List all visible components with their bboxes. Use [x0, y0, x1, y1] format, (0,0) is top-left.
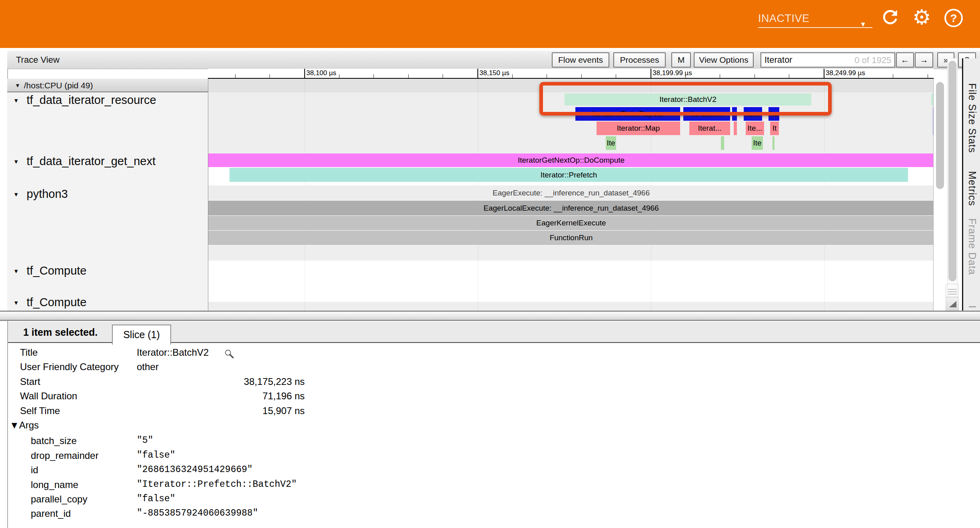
ruler-minor-tick	[269, 74, 270, 78]
find-prev-button[interactable]: ←	[896, 52, 914, 68]
panel-scrollbar-thumb[interactable]	[948, 61, 956, 281]
track-background-band	[208, 261, 934, 302]
timeline-event[interactable]	[933, 107, 934, 135]
resize-corner[interactable]	[946, 297, 959, 311]
timeline-event[interactable]: Ite	[768, 107, 779, 121]
timeline-scrollbar-thumb[interactable]	[936, 82, 944, 189]
detail-value: 15,907 ns	[137, 405, 305, 416]
detail-value: other	[137, 361, 305, 373]
tool-sidebar-tabs: File Size StatsMetricsFrame DataI	[962, 58, 980, 311]
timeline-event[interactable]: Iterat...	[689, 122, 730, 135]
processes-button[interactable]: Processes	[613, 52, 666, 68]
timeline-event[interactable]	[772, 136, 774, 150]
detail-row: Wall Duration71,196 ns	[8, 391, 408, 405]
timeline-event[interactable]: Iterator::Map	[597, 122, 680, 135]
track-label-text: tf_data_iterator_get_next	[27, 155, 156, 167]
sidebar-tab-file-size-stats[interactable]: File Size Stats	[966, 83, 978, 153]
timeline-canvas[interactable]: Iterator::BatchV2Iterator::FiniteRepeatI…	[208, 79, 934, 311]
help-icon[interactable]: ?	[944, 9, 963, 27]
timeline-event[interactable]	[931, 94, 934, 106]
ruler-minor-tick	[720, 74, 720, 78]
view-options-button[interactable]: View Options	[694, 52, 754, 68]
settings-gear-icon[interactable]: ⚙	[912, 4, 931, 30]
ruler-minor-tick	[685, 74, 686, 78]
time-ruler: 38,100 µs38,150 µs38,199.99 µs38,249.99 …	[208, 69, 934, 79]
ruler-minor-tick	[408, 74, 409, 78]
ruler-minor-tick	[893, 74, 893, 78]
detail-value: 71,196 ns	[137, 391, 305, 402]
collapse-arrow-icon: ▾	[14, 97, 18, 104]
run-status-dropdown[interactable]: INACTIVE ▾	[758, 10, 872, 28]
arg-row: parallel_copy"false"	[8, 494, 408, 508]
timeline-event[interactable]: Ite	[752, 136, 763, 150]
detail-row: User Friendly Categoryother	[8, 361, 408, 376]
scrollbar-grip[interactable]	[946, 284, 959, 297]
ruler-tick-label: 38,249.99 µs	[826, 69, 865, 77]
timeline-event[interactable]: EagerLocalExecute: __inference_run_datas…	[208, 201, 934, 215]
timeline-event[interactable]: Iterator::FiniteRepeat	[575, 107, 680, 121]
metadata-button[interactable]: M	[671, 52, 691, 68]
magnifier-icon[interactable]	[224, 349, 234, 361]
find-query: Iterator	[764, 55, 792, 65]
tab-slice[interactable]: Slice (1)	[112, 325, 171, 345]
timeline-event[interactable]: Iterator:...	[683, 107, 730, 121]
detail-row: Start38,175,223 ns	[8, 376, 408, 391]
timeline-event[interactable]: Ite...	[744, 107, 762, 121]
track-label-text: tf_data_iterator_resource	[27, 94, 156, 106]
sidebar-tab-metrics[interactable]: Metrics	[966, 171, 978, 206]
track-label-tf_Compute[interactable]: ▾tf_Compute	[14, 264, 86, 277]
ruler-minor-tick	[789, 74, 789, 78]
horizontal-splitter[interactable]	[0, 311, 980, 321]
timeline-event[interactable]: Iterator::Prefetch	[230, 168, 908, 182]
chevron-down-icon: ▾	[861, 16, 865, 32]
find-next-button[interactable]: →	[915, 52, 933, 68]
timeline-event[interactable]	[721, 136, 724, 150]
arg-row: long_name"Iterator::Prefetch::BatchV2"	[8, 479, 408, 494]
track-label-tf_data_iterator_resource[interactable]: ▾tf_data_iterator_resource	[14, 94, 156, 107]
ruler-minor-tick	[928, 74, 928, 78]
track-label-tf_data_iterator_get_next[interactable]: ▾tf_data_iterator_get_next	[14, 155, 156, 168]
ruler-major-tick	[477, 69, 478, 79]
timeline-event[interactable]: Ite	[606, 136, 616, 150]
detail-value: Iterator::BatchV2	[137, 347, 305, 358]
arg-row: parent_id"-8853857924060639988"	[8, 508, 408, 522]
refresh-icon[interactable]	[881, 9, 899, 26]
resize-triangle-icon	[949, 301, 956, 307]
collapse-arrow-icon: ▾	[14, 267, 18, 275]
details-tabbar: 1 item selected. Slice (1)	[8, 322, 980, 343]
timeline-event[interactable]: FunctionRun	[208, 231, 934, 245]
timeline-event[interactable]: IteratorGetNextOp::DoCompute	[208, 153, 934, 167]
ruler-major-tick	[651, 69, 651, 79]
arg-row: id"2686136324951429669"	[8, 464, 408, 479]
arg-key: id	[31, 464, 38, 476]
timeline-event[interactable]	[734, 122, 737, 135]
timeline-event[interactable]: EagerExecute: __inference_run_dataset_49…	[208, 185, 934, 200]
detail-key: User Friendly Category	[20, 361, 119, 373]
detail-key: Start	[20, 376, 40, 387]
ruler-tick-label: 38,100 µs	[306, 69, 336, 77]
arg-key: parallel_copy	[31, 494, 87, 505]
detail-value: 38,175,223 ns	[137, 376, 305, 387]
arg-key: long_name	[31, 479, 78, 490]
timeline-event[interactable]: Iterator::BatchV2	[565, 94, 811, 106]
timeline-event[interactable]	[732, 107, 737, 121]
flow-events-button[interactable]: Flow events	[552, 52, 609, 68]
track-label-tf_Compute[interactable]: ▾tf_Compute	[14, 296, 86, 309]
timeline-event[interactable]: EagerKernelExecute	[208, 216, 934, 230]
ruler-tick-label: 38,199.99 µs	[653, 69, 692, 77]
ruler-minor-tick	[339, 74, 339, 78]
find-input[interactable]: Iterator 0 of 1925	[760, 52, 895, 68]
timeline-event[interactable]: It	[770, 122, 779, 135]
timeline-event[interactable]: Ite...	[746, 122, 764, 135]
track-label-python3[interactable]: ▾python3	[14, 187, 68, 201]
ruler-minor-tick	[754, 74, 755, 78]
args-section-header[interactable]: ▼Args	[10, 420, 39, 431]
collapse-arrow-icon: ▾	[14, 191, 18, 198]
arg-row: drop_remainder"false"	[8, 450, 408, 464]
process-label: ▾ /host:CPU (pid 49)	[16, 81, 93, 90]
ruler-minor-tick	[512, 74, 513, 78]
collapse-arrow-icon: ▾	[14, 299, 18, 307]
ruler-minor-tick	[858, 74, 859, 78]
arg-key: batch_size	[31, 435, 77, 446]
track-background-band	[208, 302, 934, 311]
